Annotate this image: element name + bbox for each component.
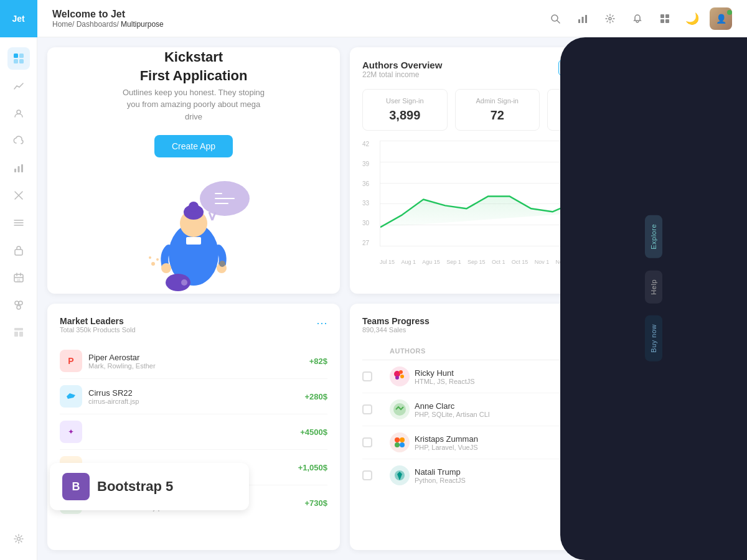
svg-point-63 xyxy=(400,437,405,442)
author-info-ricky: Ricky Hunt HTML, JS, ReactJS xyxy=(390,366,565,386)
apps-button[interactable] xyxy=(655,9,675,29)
bootstrap-badge: B Bootstrap 5 xyxy=(50,463,249,510)
analytics-button[interactable] xyxy=(573,9,593,29)
sidebar-item-calendar[interactable]: 31 xyxy=(7,266,30,289)
svg-point-65 xyxy=(400,442,405,447)
market-logo-piper: P xyxy=(60,350,82,372)
svg-rect-32 xyxy=(660,14,664,18)
teams-title-block: Teams Progress 890,344 Sales xyxy=(362,316,430,341)
svg-rect-3 xyxy=(19,59,24,63)
svg-rect-22 xyxy=(14,328,23,330)
market-title-block: Market Leaders Total 350k Products Sold xyxy=(60,316,136,341)
sidebar-item-template[interactable] xyxy=(7,321,30,343)
market-actions: ⋯ xyxy=(316,316,327,330)
market-logo-3: ✦ xyxy=(60,421,82,443)
row-checkbox-anne[interactable] xyxy=(362,404,372,414)
kickstart-description: Outlines keep you honest. They stoping y… xyxy=(119,86,268,123)
author-avatar-ricky xyxy=(390,366,410,386)
settings-button[interactable] xyxy=(600,9,620,29)
notifications-button[interactable] xyxy=(627,9,647,29)
svg-rect-6 xyxy=(17,166,19,172)
svg-point-31 xyxy=(609,17,611,20)
author-avatar-kristaps xyxy=(390,432,410,452)
kickstart-illustration xyxy=(119,167,268,292)
svg-rect-13 xyxy=(15,250,22,255)
author-tech-anne: PHP, SQLite, Artisan CLI xyxy=(415,411,490,418)
sidebar-logo[interactable]: Jet xyxy=(0,0,37,37)
sidebar-item-settings[interactable] xyxy=(7,528,30,550)
svg-point-4 xyxy=(17,110,21,114)
row-checkbox-natali[interactable] xyxy=(362,470,372,480)
kickstart-title1: Kickstart xyxy=(164,49,223,65)
bootstrap-logo: B xyxy=(62,473,90,500)
breadcrumb: Home/ Dashboards/ Multipurpose xyxy=(52,20,538,29)
svg-point-20 xyxy=(19,301,22,305)
svg-rect-33 xyxy=(665,14,669,18)
market-value-cirrus: +280$ xyxy=(304,392,327,401)
authors-title: Authors Overview xyxy=(362,60,442,70)
row-checkbox-kristaps[interactable] xyxy=(362,437,372,447)
stat-label-admin: Admin Sign-in xyxy=(463,97,532,105)
sidebar-item-chart[interactable] xyxy=(7,157,30,179)
author-avatar-natali xyxy=(390,465,410,485)
market-logo-cirrus xyxy=(60,385,82,408)
bootstrap-text: Bootstrap 5 xyxy=(97,478,173,495)
sidebar-item-lock[interactable] xyxy=(7,239,30,261)
svg-rect-34 xyxy=(660,19,664,23)
dark-mode-toggle[interactable]: 🌙 xyxy=(682,9,702,29)
market-value-3: +4500$ xyxy=(300,427,327,437)
market-leaders-card: Market Leaders Total 350k Products Sold … xyxy=(47,304,340,550)
sidebar-item-cloud[interactable] xyxy=(7,129,30,152)
create-app-button[interactable]: Create App xyxy=(154,135,233,157)
svg-point-59 xyxy=(400,375,404,378)
svg-point-58 xyxy=(399,370,403,374)
svg-point-53 xyxy=(156,258,159,261)
author-name-ricky: Ricky Hunt xyxy=(415,368,475,378)
svg-rect-23 xyxy=(14,332,18,337)
market-more-icon[interactable]: ⋯ xyxy=(316,316,327,330)
svg-point-52 xyxy=(151,262,155,266)
sidebar-item-dashboard[interactable] xyxy=(7,47,30,70)
svg-line-27 xyxy=(557,21,560,23)
sidebar-item-analytics[interactable] xyxy=(7,75,30,97)
teams-title: Teams Progress xyxy=(362,316,430,326)
sidebar-item-close[interactable] xyxy=(7,184,30,207)
stat-label-user: User Sign-in xyxy=(370,97,439,105)
list-item: Cirrus SR22 cirrus-aircraft.jsp +280$ xyxy=(60,379,327,414)
sidebar-item-menu[interactable] xyxy=(7,212,30,234)
svg-point-25 xyxy=(17,538,20,541)
row-checkbox-ricky[interactable] xyxy=(362,371,372,381)
author-info-natali: Natali Trump Python, ReactJS xyxy=(390,465,565,485)
authors-subtitle: 22M total income xyxy=(362,70,442,79)
help-button[interactable]: Help xyxy=(645,271,662,304)
svg-point-62 xyxy=(395,437,400,442)
svg-rect-30 xyxy=(585,15,587,23)
svg-rect-29 xyxy=(582,17,584,23)
sidebar-item-widget[interactable] xyxy=(7,294,30,316)
stat-admin-signin: Admin Sign-in 72 xyxy=(455,89,540,131)
stat-value-user: 3,899 xyxy=(370,108,439,123)
explore-button[interactable]: Explore xyxy=(645,215,662,258)
stat-value-admin: 72 xyxy=(463,108,532,123)
author-info-kristaps: Kristaps Zumman PHP, Laravel, VueJS xyxy=(390,432,565,452)
market-leaders-title: Market Leaders xyxy=(60,316,136,326)
chart-y-labels: 423936333027 xyxy=(362,141,380,246)
author-info-anne: Anne Clarc PHP, SQLite, Artisan CLI xyxy=(390,399,565,419)
market-value-cessna: +730$ xyxy=(304,498,327,508)
sidebar-bottom xyxy=(7,518,30,560)
market-value-piper: +82$ xyxy=(309,357,327,366)
svg-point-49 xyxy=(219,261,225,267)
market-value-4: +1,050$ xyxy=(298,463,327,472)
author-tech-natali: Python, ReactJS xyxy=(415,477,466,484)
sidebar-item-users[interactable] xyxy=(7,102,30,124)
kickstart-card: Kickstart First Application Outlines kee… xyxy=(47,47,340,294)
search-button[interactable] xyxy=(545,9,565,29)
author-name-anne: Anne Clarc xyxy=(415,401,490,411)
svg-point-61 xyxy=(393,403,406,416)
buy-now-button[interactable]: Buy now xyxy=(645,315,662,362)
topbar-title: Welcome to Jet Home/ Dashboards/ Multipu… xyxy=(52,9,538,29)
svg-rect-7 xyxy=(21,164,23,172)
svg-rect-5 xyxy=(14,169,16,172)
online-indicator xyxy=(727,10,732,15)
svg-point-64 xyxy=(395,442,400,447)
